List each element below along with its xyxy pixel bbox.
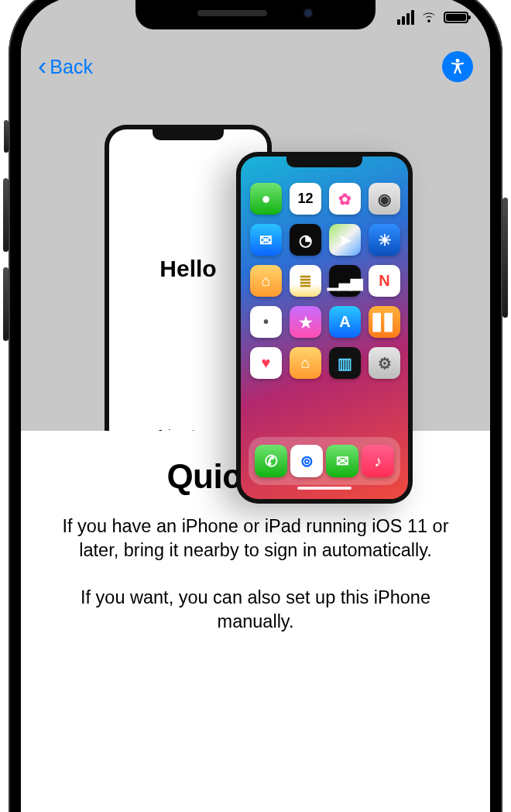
accessibility-button[interactable] [442,51,473,82]
notch [135,0,376,29]
wifi-icon [420,9,437,26]
settings-app-icon: ⚙ [369,347,400,379]
facetime-app-icon: ● [250,183,282,215]
notes-app-icon: ≣ [290,265,321,297]
svg-point-0 [456,59,460,63]
messages-app-icon: ✉ [326,445,358,477]
device-frame: ‹ Back Hello Swipe up to open [9,0,502,812]
music-app-icon: ♪ [362,445,394,477]
homekit-app-icon: ⌂ [290,347,321,379]
phone-app-icon: ✆ [255,445,287,477]
side-button [502,198,508,318]
mini-phone-homescreen: ●12✿◉✉◔➤☀⌂≣▁▃▅N•★A▋▋♥⌂▥⚙ ✆⊚✉♪ [236,152,413,504]
volume-down-button [3,267,9,341]
front-camera [303,8,314,19]
photos-app-icon: ✿ [329,183,361,215]
speaker-grille [197,10,267,16]
accessibility-icon [447,56,468,77]
appstore-app-icon: A [329,306,361,338]
ibooks-app-icon: ▋▋ [369,306,400,338]
back-button[interactable]: ‹ Back [38,55,93,78]
maps-app-icon: ➤ [329,224,361,256]
chevron-left-icon: ‹ [38,52,46,78]
description-2: If you want, you can also set up this iP… [52,586,459,634]
back-label: Back [50,56,93,78]
cellular-icon [397,10,414,25]
mute-switch [4,120,9,153]
weather-app-icon: ☀ [369,224,400,256]
health-app-icon: ♥ [250,347,282,379]
clock-app-icon: ◔ [290,224,321,256]
wallet-app-icon: ▥ [329,347,361,379]
description-1: If you have an iPhone or iPad running iO… [52,514,459,563]
volume-up-button [3,178,9,252]
battery-icon [444,12,468,23]
home-app-icon: ⌂ [250,265,282,297]
itunes-app-icon: ★ [290,306,321,338]
camera-app-icon: ◉ [369,183,400,215]
stocks-app-icon: ▁▃▅ [329,265,361,297]
calendar-app-icon: 12 [290,183,321,215]
screen: ‹ Back Hello Swipe up to open [21,0,490,812]
hello-text: Hello [159,129,216,428]
safari-app-icon: ⊚ [290,445,323,477]
home-indicator [297,487,352,490]
mail-app-icon: ✉ [250,224,282,256]
dock: ✆⊚✉♪ [249,437,400,485]
news-app-icon: N [369,265,400,297]
reminders-app-icon: • [250,306,282,338]
